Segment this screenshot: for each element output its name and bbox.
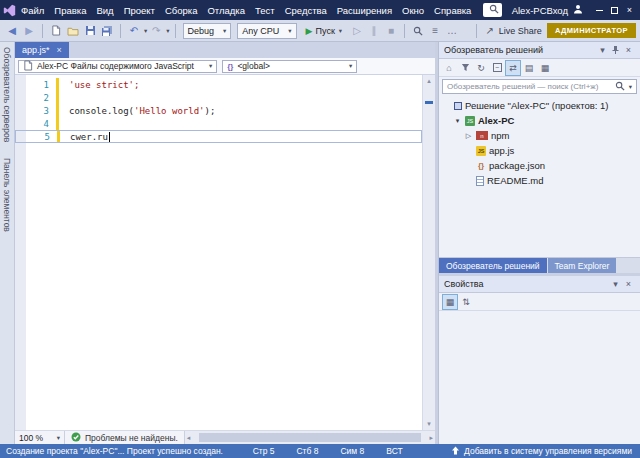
menu-item-1[interactable]: Правка bbox=[49, 0, 91, 20]
menu-item-0[interactable]: Файл bbox=[16, 0, 49, 20]
minimize-button[interactable] bbox=[592, 0, 607, 20]
maximize-button[interactable] bbox=[607, 0, 622, 20]
live-share-icon[interactable]: ↗ bbox=[485, 25, 493, 36]
add-to-source-control-button[interactable]: Добавить в систему управления версиями bbox=[451, 446, 634, 457]
tree-expander-icon[interactable]: ▾ bbox=[453, 117, 462, 125]
char-indicator[interactable]: Сим 8 bbox=[329, 446, 375, 456]
member-scope-dropdown[interactable]: {} <global> ▾ bbox=[222, 60, 357, 73]
properties-header[interactable]: Свойства ▾× bbox=[439, 276, 640, 293]
tab-team-explorer[interactable]: Team Explorer bbox=[548, 258, 617, 273]
scroll-right-icon[interactable]: ▸ bbox=[429, 434, 433, 442]
open-file-icon[interactable] bbox=[65, 23, 81, 39]
back-icon[interactable]: ◀ bbox=[4, 23, 20, 39]
refresh-icon[interactable]: ↻ bbox=[474, 61, 488, 75]
code-line-4[interactable]: 4 bbox=[15, 117, 422, 130]
pin-icon[interactable] bbox=[609, 44, 622, 57]
find-in-files-icon[interactable] bbox=[410, 23, 426, 39]
toolbox-tab[interactable]: Панель элементов bbox=[2, 158, 12, 232]
document-tab-appjs[interactable]: app.js* × bbox=[15, 42, 69, 58]
menu-item-7[interactable]: Средства bbox=[280, 0, 332, 20]
redo-icon[interactable]: ↷ bbox=[148, 23, 164, 39]
code-line-3[interactable]: 3console.log('Hello world'); bbox=[15, 104, 422, 117]
tree-row[interactable]: JSapp.js bbox=[439, 143, 640, 158]
npm-icon: n bbox=[476, 131, 488, 140]
scroll-up-icon[interactable]: ▴ bbox=[427, 76, 431, 86]
menu-item-3[interactable]: Проект bbox=[119, 0, 160, 20]
tree-row[interactable]: README.md bbox=[439, 173, 640, 188]
show-all-files-icon[interactable]: ▦ bbox=[538, 61, 552, 75]
menu-item-6[interactable]: Тест bbox=[250, 0, 280, 20]
menu-item-5[interactable]: Отладка bbox=[202, 0, 250, 20]
tree-expander-icon[interactable]: ▷ bbox=[464, 132, 473, 140]
preview-icon[interactable]: ▤ bbox=[522, 61, 536, 75]
close-button[interactable]: × bbox=[622, 0, 637, 20]
column-indicator[interactable]: Стб 8 bbox=[285, 446, 329, 456]
server-explorer-tab[interactable]: Обозреватель серверов bbox=[2, 47, 12, 142]
solution-explorer-search[interactable]: Обозреватель решений — поиск (Ctrl+ж) ▾ bbox=[442, 79, 637, 94]
menu-item-8[interactable]: Расширения bbox=[332, 0, 397, 20]
menu-item-2[interactable]: Вид bbox=[91, 0, 118, 20]
list-icon[interactable]: ≡ bbox=[427, 23, 443, 39]
menu-item-9[interactable]: Окно bbox=[397, 0, 429, 20]
zoom-dropdown[interactable]: 100 % ▾ bbox=[15, 431, 65, 444]
solution-explorer-header[interactable]: Обозреватель решений ▾× bbox=[439, 42, 640, 59]
quick-search-box[interactable] bbox=[483, 3, 501, 17]
props-header-icons: ▾× bbox=[609, 278, 635, 291]
insert-mode-indicator[interactable]: ВСТ bbox=[375, 446, 413, 456]
toolbar-right: ↗ Live Share АДМИНИСТРАТОР bbox=[473, 23, 636, 38]
chevron-down-icon: ▾ bbox=[223, 27, 226, 35]
filter-icon[interactable] bbox=[458, 61, 472, 75]
status-bar: Создание проекта "Alex-PC"... Проект усп… bbox=[0, 444, 640, 458]
close-icon[interactable]: × bbox=[622, 44, 635, 57]
code-health-indicator[interactable]: Проблемы не найдены. bbox=[65, 431, 185, 444]
scroll-left-icon[interactable]: ◂ bbox=[187, 434, 191, 442]
tree-row[interactable]: ▷nnpm bbox=[439, 128, 640, 143]
stop-icon[interactable]: ■ bbox=[383, 23, 399, 39]
code-editor[interactable]: 1'use strict';23console.log('Hello world… bbox=[15, 75, 422, 430]
platform-dropdown[interactable]: Any CPU ▾ bbox=[237, 23, 296, 39]
panel-title: Свойства bbox=[444, 279, 607, 289]
editor-horizontal-scrollbar[interactable]: ◂ ▸ bbox=[185, 431, 435, 444]
chevron-down-icon: ▾ bbox=[144, 27, 147, 35]
chevron-down-icon[interactable]: ▾ bbox=[609, 278, 622, 291]
new-project-icon[interactable] bbox=[48, 23, 64, 39]
start-debugging-button[interactable]: ▶ Пуск ▾ bbox=[301, 23, 348, 39]
save-icon[interactable] bbox=[82, 23, 98, 39]
tree-row[interactable]: ▾JSAlex-PC bbox=[439, 113, 640, 128]
scrollbar-thumb[interactable] bbox=[199, 433, 421, 442]
sign-in-link[interactable]: Вход bbox=[547, 5, 569, 16]
live-share-label[interactable]: Live Share bbox=[499, 26, 542, 36]
tab-close-icon[interactable]: × bbox=[57, 45, 62, 55]
editor-vertical-scrollbar[interactable]: ▴ ▾ bbox=[422, 75, 435, 430]
code-line-1[interactable]: 1'use strict'; bbox=[15, 78, 422, 91]
chevron-down-icon[interactable]: ▾ bbox=[596, 44, 609, 57]
tree-item-label: npm bbox=[491, 130, 509, 141]
line-indicator[interactable]: Стр 5 bbox=[242, 446, 286, 456]
code-line-2[interactable]: 2 bbox=[15, 91, 422, 104]
forward-icon[interactable]: ▶ bbox=[21, 23, 37, 39]
tree-row[interactable]: {}package.json bbox=[439, 158, 640, 173]
sync-icon[interactable]: ⇄ bbox=[506, 61, 520, 75]
se-header-icons: ▾× bbox=[596, 44, 635, 57]
scroll-down-icon[interactable]: ▾ bbox=[427, 419, 431, 429]
start-without-debug-icon[interactable]: ▷ bbox=[349, 23, 365, 39]
menu-item-4[interactable]: Сборка bbox=[160, 0, 203, 20]
code-line-5[interactable]: 5cwer.ru bbox=[15, 130, 422, 143]
chevron-down-icon: ▾ bbox=[629, 83, 632, 91]
more-options-icon[interactable]: … bbox=[444, 23, 460, 39]
tree-row[interactable]: Решение "Alex-PC" (проектов: 1) bbox=[439, 98, 640, 113]
debug-configuration-dropdown[interactable]: Debug ▾ bbox=[183, 23, 232, 39]
alphabetical-icon[interactable]: ⇅ bbox=[459, 295, 473, 309]
undo-icon[interactable]: ↶ bbox=[126, 23, 142, 39]
break-all-icon[interactable]: ∥ bbox=[366, 23, 382, 39]
tab-solution-explorer[interactable]: Обозреватель решений bbox=[439, 258, 547, 273]
window-title: Alex-PC bbox=[512, 5, 547, 16]
categorized-icon[interactable]: ▦ bbox=[443, 295, 457, 309]
collapse-all-icon[interactable]: − bbox=[490, 61, 504, 75]
project-scope-dropdown[interactable]: Alex-PC Файлы содержимого JavaScript ▾ bbox=[18, 60, 217, 73]
menu-item-10[interactable]: Справка bbox=[429, 0, 476, 20]
user-icon[interactable] bbox=[573, 4, 583, 16]
home-icon[interactable]: ⌂ bbox=[442, 61, 456, 75]
save-all-icon[interactable] bbox=[99, 23, 115, 39]
close-icon[interactable]: × bbox=[622, 278, 635, 291]
